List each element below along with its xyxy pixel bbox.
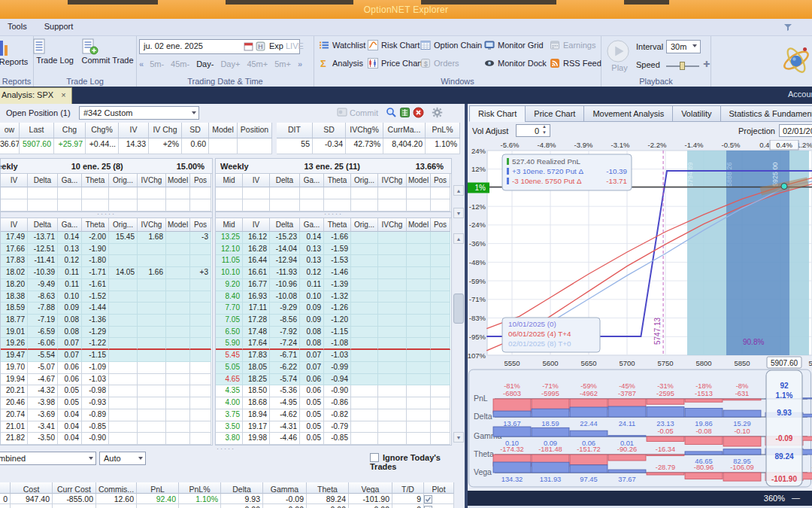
tab-analysis-spx[interactable]: Analysis: SPX ×	[0, 87, 72, 104]
table-row[interactable]: 4.0018.68-4.950.05-0.86	[216, 397, 451, 409]
ribbon-button-price-chart[interactable]: Price Chart	[368, 58, 423, 68]
table-row[interactable]: 19.47-5.540.07-1.15	[1, 350, 212, 362]
filter-icon[interactable]	[783, 23, 792, 32]
table-row[interactable]: 8.4016.93-10.080.10-1.32	[216, 291, 451, 303]
time-nav-Dayplus[interactable]: Day+	[220, 59, 240, 68]
section-divider[interactable]: ·····	[1, 211, 212, 218]
menu-support[interactable]: Support	[37, 19, 81, 31]
time-nav-5mplus[interactable]: 5m+	[274, 59, 291, 68]
scroll-down-button[interactable]: ▼	[453, 208, 464, 218]
ribbon-button-watchlist[interactable]: Watchlist	[319, 40, 365, 50]
table-row[interactable]: 19.94-4.670.06-1.03	[1, 374, 212, 386]
table-row[interactable]: 5.4517.83-6.710.07-1.03	[216, 350, 451, 362]
table-row[interactable]: 19.01-6.590.08-1.29	[1, 327, 212, 339]
menu-tools[interactable]: Tools	[0, 19, 35, 31]
ribbon-button-monitor-dock[interactable]: Monitor Dock	[484, 58, 547, 68]
trade-log-button[interactable]: Trade Log	[31, 38, 79, 65]
zoom-slider-handle[interactable]: —	[792, 493, 800, 502]
table-row[interactable]: 17.66-12.510.13-1.90	[1, 244, 212, 256]
vol-adjust-spinner[interactable]: 0 ▲ ▼	[516, 124, 550, 137]
resize-handle[interactable]: ·····	[217, 445, 235, 452]
time-icon[interactable]: H	[256, 41, 265, 51]
table-row[interactable]: 19.70-5.070.06-1.09	[1, 362, 212, 374]
table-row[interactable]: 12.1016.28-14.040.13-1.59	[216, 244, 451, 256]
table-row[interactable]: 6.5017.48-7.920.08-1.15	[216, 327, 451, 339]
ribbon-button-analysis[interactable]: ΣAnalysis	[319, 58, 363, 68]
rewind-icon[interactable]: «	[139, 59, 144, 68]
table-row[interactable]: 18.38-8.630.10-1.52	[1, 291, 212, 303]
ignore-trades-checkbox[interactable]: Ignore Today's Trades	[370, 453, 465, 471]
table-row[interactable]: 18.02-10.390.11-1.7114.051.66+3	[1, 267, 212, 279]
search-icon[interactable]	[386, 107, 397, 118]
speed-slider-thumb[interactable]	[680, 62, 685, 70]
delete-icon[interactable]	[413, 107, 424, 118]
time-nav-45mminus[interactable]: 45m-	[171, 59, 189, 68]
auto-select[interactable]: Auto	[99, 452, 146, 465]
table-row[interactable]: 20.74-3.690.04-0.89	[1, 409, 212, 421]
section-divider[interactable]: ·····	[216, 211, 451, 218]
table-row[interactable]: 3.7518.94-4.620.05-0.82	[216, 409, 451, 421]
table-row[interactable]: 5.0518.05-6.220.07-0.99	[216, 362, 451, 374]
table-row[interactable]: 7.7017.11-9.290.09-1.26	[216, 303, 451, 315]
table-row[interactable]: 19.26-6.060.07-1.22	[1, 338, 212, 350]
table-row[interactable]: 55-0.3442.73%8,404.201.10%	[277, 138, 460, 154]
table-row[interactable]: 5.9017.64-7.240.08-1.08	[216, 338, 451, 350]
tab-risk-chart[interactable]: Risk Chart	[469, 105, 526, 122]
table-row[interactable]: 17.83-11.410.12-1.80	[1, 255, 212, 267]
scroll-up-button[interactable]: ▲	[453, 185, 464, 196]
tab-price-chart[interactable]: Price Chart	[525, 105, 584, 122]
table-row[interactable]: 17.49-13.710.14-2.0015.451.68-3	[1, 232, 212, 244]
table-row[interactable]: 7.0517.28-8.560.09-1.20	[216, 315, 451, 327]
table-row[interactable]	[216, 187, 451, 199]
close-icon[interactable]: ×	[61, 90, 65, 99]
table-row[interactable]: 11.0516.44-12.940.13-1.53	[216, 255, 451, 267]
table-row[interactable]: 20.21-4.320.05-0.98	[1, 385, 212, 397]
cell	[378, 232, 407, 244]
scroll-down-button[interactable]: ▼	[453, 432, 464, 443]
spinner-down-icon[interactable]: ▼	[542, 130, 547, 135]
commit-trade-button[interactable]: Commit Trade	[80, 38, 135, 65]
table-row[interactable]: 3.5019.17-4.310.05-0.79	[216, 421, 451, 433]
table-row[interactable]: 4.6518.25-5.740.06-0.94	[216, 374, 451, 386]
combined-select[interactable]: Combined	[0, 452, 96, 465]
table-row[interactable]: 13.2516.12-15.230.14-1.66	[216, 232, 451, 244]
tab-movement-analysis[interactable]: Movement Analysis	[583, 105, 673, 122]
table-row[interactable]: 18.59-7.880.09-1.44	[1, 303, 212, 315]
table-row[interactable]: 0947.40-855.0012.6092.401.10%9.93-0.0989…	[0, 494, 465, 504]
projection-date-input[interactable]: 02/01/2025	[779, 124, 812, 137]
trading-date-input[interactable]: ju. 02 ene. 2025 H Exp LIVE	[139, 39, 300, 54]
table-row[interactable]: 3.8019.98-4.460.05-0.85	[216, 433, 451, 445]
time-nav-45mplus[interactable]: 45m+	[247, 59, 268, 68]
table-row[interactable]	[1, 187, 212, 199]
export-icon[interactable]	[399, 107, 411, 118]
spinner-up-icon[interactable]: ▲	[542, 124, 547, 129]
tab-statistics-fundamentals[interactable]: Statistics & Fundamentals	[720, 105, 812, 122]
ribbon-button-rss-feed[interactable]: RSS Feed	[550, 58, 601, 68]
table-row[interactable]: 10.1016.61-11.930.12-1.46	[216, 267, 451, 279]
table-row[interactable]: 18.77-7.190.08-1.36	[1, 315, 212, 327]
table-row[interactable]: 4.3518.50-5.360.06-0.90	[216, 385, 451, 397]
scroll-up-button[interactable]: ▲	[453, 233, 464, 244]
calendar-icon[interactable]	[244, 41, 253, 51]
strategy-combo[interactable]: #342 Custom	[79, 106, 199, 120]
table-row[interactable]: 21.82-3.500.04-0.90	[1, 433, 212, 445]
table-row[interactable]: 9.2016.77-10.960.11-1.39	[216, 279, 451, 291]
risk-chart-plot[interactable]: 5794.895888.265925.005747.139.2%90.8%527…	[468, 140, 812, 370]
play-button[interactable]: Play	[606, 39, 633, 72]
time-nav-Dayminus[interactable]: Day-	[196, 59, 214, 68]
table-row[interactable]: 21.01-3.410.04-0.85	[1, 421, 212, 433]
time-nav-5mminus[interactable]: 5m-	[150, 59, 164, 68]
ribbon-button-monitor-grid[interactable]: Monitor Grid	[484, 40, 544, 50]
tab-volatility[interactable]: Volatility	[672, 105, 720, 122]
table-row[interactable]: 20.46-3.980.05-0.93	[1, 397, 212, 409]
table-row[interactable]: 36.675907.60+25.97+0.44...14.33+2%0.60	[0, 138, 272, 154]
ribbon-button-risk-chart[interactable]: Risk Chart	[368, 40, 420, 50]
interval-select[interactable]: 30m	[666, 40, 701, 53]
scrollbar-thumb[interactable]	[453, 294, 464, 324]
gear-icon[interactable]	[432, 107, 443, 118]
table-row[interactable]: 18.20-9.490.11-1.61	[1, 279, 212, 291]
table-row[interactable]: 0.000.000.000.000	[0, 504, 465, 508]
greeks-by-price-table[interactable]: PnL-81%-6803-71%-5995-59%-4962-45%-3787-…	[468, 369, 812, 489]
ribbon-button-option-chain[interactable]: Option Chain	[420, 40, 482, 50]
forward-icon[interactable]: »	[298, 59, 302, 68]
